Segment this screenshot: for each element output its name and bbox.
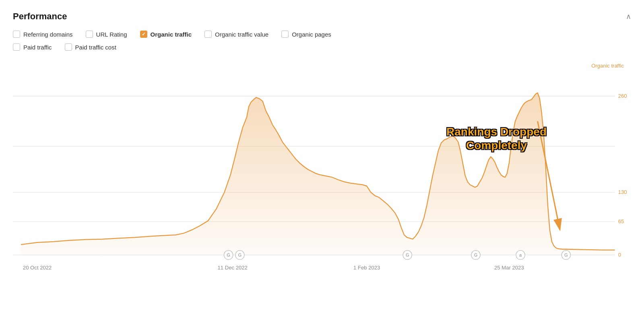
filter-paid-traffic-cost[interactable]: Paid traffic cost: [65, 43, 116, 51]
svg-text:0: 0: [618, 252, 621, 258]
checkbox-referring-domains[interactable]: [13, 31, 20, 38]
svg-text:G: G: [474, 253, 478, 257]
chevron-up-icon: ∧: [626, 12, 631, 21]
svg-text:130: 130: [618, 189, 627, 195]
checkbox-paid-traffic-cost[interactable]: [65, 43, 72, 51]
header-row: Performance ∧: [13, 11, 631, 22]
filter-organic-traffic-value[interactable]: Organic traffic value: [204, 31, 268, 38]
svg-text:a: a: [519, 253, 522, 257]
filter-label-referring-domains: Referring domains: [23, 31, 73, 38]
svg-text:G: G: [238, 253, 242, 257]
filter-label-paid-traffic-cost: Paid traffic cost: [75, 44, 116, 51]
svg-text:25 Mar 2023: 25 Mar 2023: [494, 265, 524, 271]
filter-label-paid-traffic: Paid traffic: [23, 44, 52, 51]
filters-row-2: Paid traffic Paid traffic cost: [13, 43, 631, 51]
svg-text:G: G: [406, 253, 409, 257]
svg-text:1 Feb 2023: 1 Feb 2023: [353, 265, 380, 271]
filter-referring-domains[interactable]: Referring domains: [13, 31, 73, 38]
filter-label-organic-traffic-value: Organic traffic value: [215, 31, 268, 38]
filter-label-organic-traffic: Organic traffic: [151, 31, 192, 38]
chart-area: Organic traffic 260 130 65 0: [13, 63, 631, 276]
checkbox-paid-traffic[interactable]: [13, 43, 20, 51]
svg-text:65: 65: [618, 218, 624, 224]
svg-text:20 Oct 2022: 20 Oct 2022: [23, 265, 52, 271]
panel-title: Performance: [13, 11, 67, 22]
y-axis-label: Organic traffic: [591, 63, 624, 69]
filter-paid-traffic[interactable]: Paid traffic: [13, 43, 52, 51]
performance-panel: Performance ∧ Referring domains URL Rati…: [0, 0, 644, 284]
checkbox-organic-traffic[interactable]: [140, 31, 147, 38]
svg-text:11 Dec 2022: 11 Dec 2022: [217, 265, 247, 271]
checkbox-organic-pages[interactable]: [281, 31, 289, 38]
filter-url-rating[interactable]: URL Rating: [86, 31, 127, 38]
checkbox-organic-traffic-value[interactable]: [204, 31, 212, 38]
svg-text:G: G: [564, 253, 568, 257]
chart-svg: 260 130 65 0 G G G G a G: [13, 63, 631, 276]
filter-label-url-rating: URL Rating: [96, 31, 127, 38]
filter-label-organic-pages: Organic pages: [292, 31, 331, 38]
collapse-button[interactable]: ∧: [626, 12, 631, 21]
svg-text:G: G: [227, 253, 230, 257]
checkbox-url-rating[interactable]: [86, 31, 93, 38]
filters-row-1: Referring domains URL Rating Organic tra…: [13, 31, 631, 38]
svg-text:260: 260: [618, 93, 627, 99]
filter-organic-pages[interactable]: Organic pages: [281, 31, 331, 38]
filter-organic-traffic[interactable]: Organic traffic: [140, 31, 192, 38]
